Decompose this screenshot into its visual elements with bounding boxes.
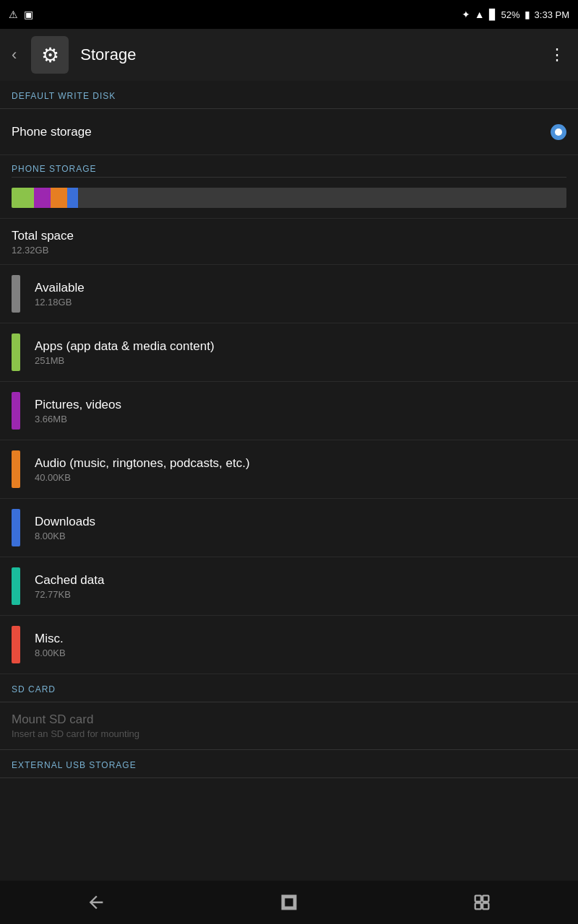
gear-icon: ⚙ (41, 43, 59, 67)
recents-nav-button[interactable] (460, 888, 504, 917)
bar-segment-audio (51, 188, 67, 208)
bluetooth-icon: ✦ (462, 9, 470, 20)
battery-icon: ▮ (525, 9, 530, 20)
pictures-text: Pictures, videos 3.66MB (35, 398, 566, 424)
phone-storage-radio[interactable] (551, 124, 566, 140)
wifi-icon: ▲ (475, 9, 485, 20)
image-icon: ▣ (24, 9, 33, 20)
available-text: Available 12.18GB (35, 281, 566, 308)
total-space-item: Total space 12.32GB (0, 219, 578, 265)
color-dot-misc (12, 626, 20, 663)
phone-storage-label-container: Phone storage (12, 125, 551, 139)
status-bar-right: ✦ ▲ ▊ 52% ▮ 3:33 PM (462, 9, 569, 20)
svg-rect-1 (475, 896, 480, 902)
phone-storage-radio-item[interactable]: Phone storage (0, 109, 578, 155)
overflow-menu-button[interactable]: ⋮ (549, 45, 566, 64)
misc-title: Misc. (35, 632, 566, 646)
storage-items-list: Available 12.18GB Apps (app data & media… (0, 265, 578, 674)
misc-value: 8.00KB (35, 648, 566, 658)
sd-card-section-header: SD CARD (0, 674, 578, 702)
svg-rect-3 (475, 903, 480, 909)
back-nav-button[interactable] (74, 888, 118, 917)
pictures-title: Pictures, videos (35, 398, 566, 412)
color-dot-cached (12, 567, 20, 605)
color-dot-audio (12, 450, 20, 488)
color-dot-apps (12, 334, 20, 371)
app-icon: ⚙ (31, 36, 69, 74)
list-item-available[interactable]: Available 12.18GB (0, 265, 578, 323)
downloads-value: 8.00KB (35, 531, 566, 541)
home-nav-icon (279, 892, 299, 912)
bar-segment-pictures (34, 188, 51, 208)
color-dot-pictures (12, 392, 20, 430)
total-space-title: Total space (12, 229, 566, 243)
cached-text: Cached data 72.77KB (35, 573, 566, 600)
total-space-value: 12.32GB (12, 245, 566, 256)
back-button[interactable]: ‹ (12, 45, 17, 64)
list-item-misc[interactable]: Misc. 8.00KB (0, 616, 578, 674)
cached-value: 72.77KB (35, 589, 566, 600)
recents-nav-icon (472, 892, 492, 912)
warning-icon: ⚠ (9, 9, 18, 20)
available-title: Available (35, 281, 566, 295)
bar-segment-available (78, 188, 566, 208)
list-item-downloads[interactable]: Downloads 8.00KB (0, 499, 578, 557)
home-nav-button[interactable] (267, 888, 311, 917)
pictures-value: 3.66MB (35, 414, 566, 424)
app-bar: ‹ ⚙ Storage ⋮ (0, 29, 578, 81)
phone-storage-title: Phone storage (12, 125, 551, 139)
list-item-apps[interactable]: Apps (app data & media content) 251MB (0, 323, 578, 382)
status-bar: ⚠ ▣ ✦ ▲ ▊ 52% ▮ 3:33 PM (0, 0, 578, 29)
list-item-audio[interactable]: Audio (music, ringtones, podcasts, etc.)… (0, 440, 578, 499)
available-value: 12.18GB (35, 297, 566, 308)
misc-text: Misc. 8.00KB (35, 632, 566, 658)
status-bar-left: ⚠ ▣ (9, 9, 33, 20)
nav-bar (0, 881, 578, 924)
bar-segment-downloads (67, 188, 78, 208)
color-dot-available (12, 275, 20, 313)
cached-title: Cached data (35, 573, 566, 588)
storage-bar-container (0, 178, 578, 219)
apps-title: Apps (app data & media content) (35, 339, 566, 354)
list-item-pictures[interactable]: Pictures, videos 3.66MB (0, 382, 578, 440)
storage-bar (12, 188, 566, 208)
downloads-text: Downloads 8.00KB (35, 515, 566, 541)
downloads-title: Downloads (35, 515, 566, 529)
radio-inner (555, 128, 562, 136)
list-item-cached[interactable]: Cached data 72.77KB (0, 557, 578, 616)
svg-rect-4 (483, 903, 488, 909)
battery-text: 52% (501, 9, 520, 20)
phone-storage-section-header: PHONE STORAGE (0, 155, 578, 177)
audio-title: Audio (music, ringtones, podcasts, etc.) (35, 456, 566, 471)
svg-rect-0 (284, 897, 294, 907)
audio-value: 40.00KB (35, 472, 566, 483)
app-bar-title: Storage (80, 45, 538, 64)
audio-text: Audio (music, ringtones, podcasts, etc.)… (35, 456, 566, 483)
color-dot-downloads (12, 509, 20, 546)
apps-text: Apps (app data & media content) 251MB (35, 339, 566, 366)
bar-segment-apps (12, 188, 34, 208)
default-write-disk-header: DEFAULT WRITE DISK (0, 81, 578, 109)
external-usb-section-header: EXTERNAL USB STORAGE (0, 750, 578, 778)
apps-value: 251MB (35, 355, 566, 366)
mount-sd-title: Mount SD card (12, 712, 566, 727)
back-nav-icon (86, 892, 106, 912)
mount-sd-card-item: Mount SD card Insert an SD card for moun… (0, 702, 578, 749)
content-area: DEFAULT WRITE DISK Phone storage PHONE S… (0, 81, 578, 881)
signal-icon: ▊ (489, 9, 497, 20)
mount-sd-subtitle: Insert an SD card for mounting (12, 728, 566, 739)
time: 3:33 PM (535, 9, 569, 20)
svg-rect-2 (483, 896, 488, 902)
